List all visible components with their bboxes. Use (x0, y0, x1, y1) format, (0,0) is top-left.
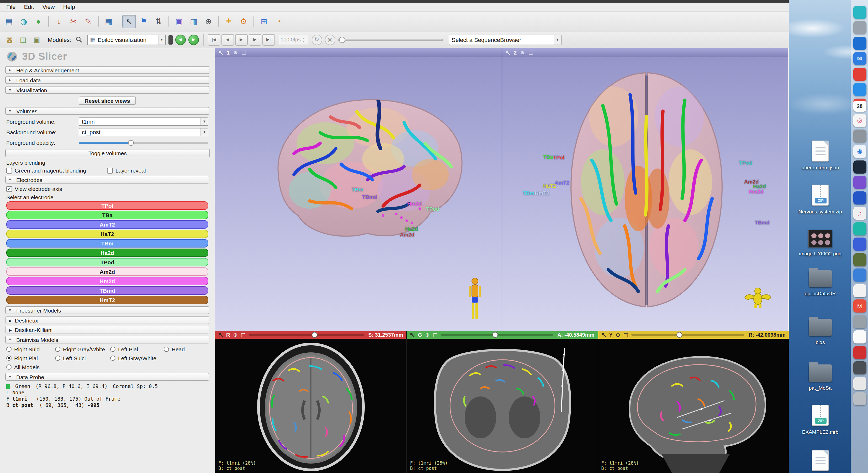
slider-handle[interactable] (492, 332, 498, 338)
radio-head[interactable]: Head (164, 346, 195, 352)
menu-view[interactable]: View (38, 4, 59, 10)
background-volume-selector[interactable]: ct_post ▾ (79, 128, 208, 136)
download-scene-icon[interactable]: ↓ (52, 14, 66, 28)
screenshot-icon[interactable]: ▣ (172, 14, 186, 28)
scene-views-icon[interactable]: ▥ (187, 14, 200, 28)
desktop-file-pat-mosa[interactable]: pat_MoSa (793, 365, 847, 391)
dock-app-icon[interactable]: ✉ (853, 52, 866, 65)
mouse-cursor-icon[interactable]: ↖ (122, 14, 136, 28)
window-titlebar[interactable]: 3D Slicer 5.1 (0, 0, 789, 3)
dock-app-icon[interactable]: ♫ (853, 207, 866, 220)
maximize-icon[interactable]: ▢ (433, 332, 438, 337)
favorite-module-icon[interactable]: ◫ (17, 33, 29, 46)
foreground-volume-selector[interactable]: t1mri ▾ (79, 117, 208, 126)
dock-app-icon[interactable] (853, 176, 866, 189)
module-back-button[interactable]: ◀ (175, 34, 186, 45)
section-volumes[interactable]: ▾ Volumes (5, 107, 209, 115)
radio-left-gray-white[interactable]: Left Gray/White (110, 355, 164, 361)
dock-app-icon[interactable] (853, 129, 866, 142)
red-slice-image[interactable]: F: t1mri (28%) B: ct_post (215, 339, 406, 473)
maximize-icon[interactable]: ▢ (241, 50, 246, 55)
dock-app-icon[interactable] (853, 21, 866, 34)
dock-app-icon[interactable] (853, 83, 866, 96)
pin-icon[interactable] (601, 333, 606, 337)
python-console-icon[interactable]: ◔ (272, 14, 285, 28)
electrode-hat2[interactable]: HaT2 (6, 230, 208, 238)
view2-header[interactable]: 2 ⊕ ▢ (502, 48, 788, 57)
dock-app-icon[interactable] (853, 330, 866, 343)
dock-app-icon[interactable] (853, 253, 866, 266)
yellow-slice-image[interactable]: F: t1mri (28%) B: ct_post (598, 339, 789, 473)
radio-left-pial[interactable]: Left Pial (110, 346, 164, 352)
maximize-icon[interactable]: ▢ (528, 50, 533, 55)
cut-icon[interactable]: ✂ (67, 14, 80, 28)
module-forward-button[interactable]: ▶ (188, 34, 198, 45)
module-search-icon[interactable] (74, 34, 84, 45)
radio-right-sulci[interactable]: Right Sulci (6, 346, 55, 352)
crosshair-icon[interactable]: ⊕ (233, 50, 238, 55)
maximize-icon[interactable]: ▢ (623, 332, 628, 337)
first-frame-button[interactable]: |◀ (208, 34, 220, 45)
loop-button[interactable]: ↻ (311, 34, 322, 45)
dock-app-icon[interactable] (853, 269, 866, 281)
toolbar-pin-button[interactable] (168, 35, 173, 44)
freesurfer-destrieux[interactable]: ▸Destrieux (5, 316, 209, 324)
view1-header[interactable]: 1 ⊕ ▢ (215, 48, 502, 57)
maximize-icon[interactable]: ▢ (241, 332, 246, 337)
crosshair-icon[interactable]: ⊕ (425, 332, 430, 337)
checkbox-layer-reveal[interactable]: Layer reveal (107, 167, 204, 174)
sequence-slider[interactable] (338, 34, 443, 45)
desktop-file-epilocdataor[interactable]: epilocDataOR (793, 270, 847, 297)
section-load-data[interactable]: ▸ Load data (5, 76, 209, 84)
radio-right-gray-white[interactable]: Right Gray/White (55, 346, 110, 352)
dock-app-icon[interactable]: ◎ (853, 114, 866, 127)
desktop-file-example2-mrb[interactable]: EXAMPLE2.mrb (793, 405, 847, 435)
dock-app-icon[interactable] (853, 67, 866, 80)
markups-icon[interactable]: ✎ (81, 14, 95, 28)
section-data-probe[interactable]: ▾ Data Probe (5, 373, 209, 381)
crosshair-icon[interactable]: ⊕ (520, 50, 525, 55)
pin-icon[interactable] (218, 333, 223, 337)
electrode-tbm[interactable]: TBm (6, 239, 208, 247)
section-help-acknowledgement[interactable]: ▸ Help & Acknowledgement (5, 66, 209, 74)
dock-app-icon[interactable] (853, 284, 866, 297)
desktop-file-bids[interactable]: bids (793, 319, 847, 345)
foreground-opacity-slider[interactable] (79, 138, 208, 146)
sequence-browser-selector[interactable]: Select a SequenceBrowser ▾ (448, 34, 561, 45)
play-button[interactable]: ▶ (235, 34, 247, 45)
module-finder-icon[interactable]: ▩ (3, 33, 16, 46)
electrode-am2d[interactable]: Am2d (6, 267, 208, 276)
electrode-tbmd[interactable]: TBmd (6, 286, 208, 295)
spinner-arrows-icon[interactable]: ▴▾ (303, 36, 307, 43)
pin-icon[interactable] (410, 333, 415, 337)
electrode-tba[interactable]: TBa (6, 211, 208, 219)
crosshair-icon[interactable]: ⊕ (202, 14, 215, 28)
transforms-icon[interactable]: ⇅ (152, 14, 165, 28)
menu-help[interactable]: Help (59, 4, 79, 10)
view-electrode-axis-checkbox[interactable]: ✓ View electrode axis (6, 185, 62, 192)
dock-app-icon[interactable] (853, 238, 866, 251)
checkbox-green-and-magenta-blending[interactable]: Green and magenta blending (6, 167, 103, 174)
dock-app-icon[interactable] (853, 377, 866, 390)
radio-left-sulci[interactable]: Left Sulci (55, 355, 110, 361)
dock-trash-icon[interactable] (853, 392, 866, 405)
dicom-icon[interactable]: ◍ (17, 14, 30, 28)
section-freesurfer-models[interactable]: ▾ Freesurfer Models (5, 306, 209, 314)
dock-app-icon[interactable]: M (853, 299, 866, 312)
dock-app-icon[interactable] (853, 346, 866, 359)
electrode-hm2d[interactable]: Hm2d (6, 277, 208, 285)
fps-spinbox[interactable]: 100.0fps ▴▾ (278, 34, 309, 45)
slider-handle[interactable] (128, 140, 134, 145)
save-icon[interactable]: ● (31, 14, 45, 28)
menu-edit[interactable]: Edit (20, 4, 38, 10)
last-frame-button[interactable]: ▶| (262, 34, 275, 45)
electrode-ha2d[interactable]: Ha2d (6, 248, 208, 257)
section-visualization[interactable]: ▾ Visualization (5, 86, 209, 94)
slider-handle[interactable] (676, 332, 682, 338)
dock-app-icon[interactable] (853, 222, 866, 235)
next-frame-button[interactable]: ▶ (248, 34, 261, 45)
electrode-amt2[interactable]: AmT2 (6, 220, 208, 229)
dock-app-icon[interactable] (853, 315, 866, 328)
menu-file[interactable]: File (2, 4, 20, 10)
green-slice-slider[interactable] (441, 331, 553, 339)
